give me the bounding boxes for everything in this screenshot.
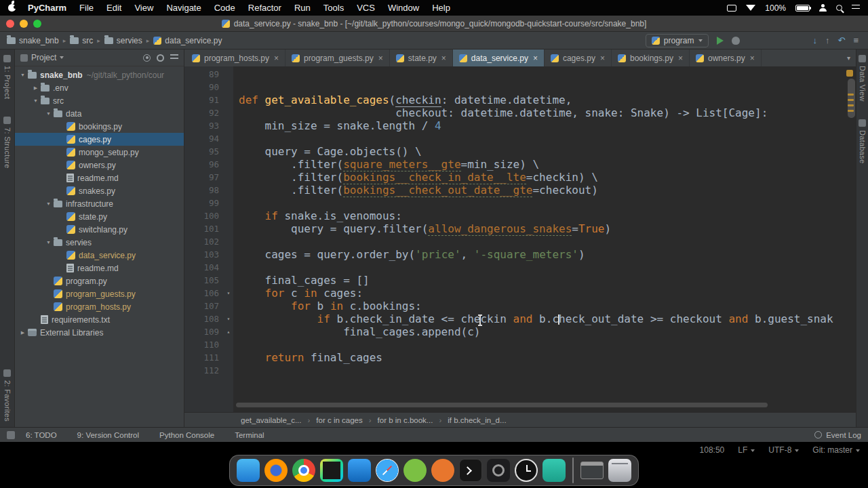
error-stripe-mark[interactable] — [848, 104, 854, 106]
close-tab-icon[interactable]: × — [750, 54, 755, 63]
zoom-window-button[interactable] — [33, 20, 41, 28]
debug-button[interactable] — [732, 37, 740, 45]
tool-window-switcher-icon[interactable] — [7, 431, 15, 439]
event-log-button[interactable]: Event Log — [814, 431, 861, 439]
fold-marker-icon[interactable]: ▾ — [224, 287, 233, 300]
vcs-push-icon[interactable]: ↑ — [825, 35, 830, 45]
error-stripe-mark[interactable] — [848, 94, 854, 96]
breadcrumb-src[interactable]: src — [70, 36, 93, 45]
tree-item-env[interactable]: ▶.env — [15, 81, 184, 94]
tree-item-program-guests-py[interactable]: program_guests.py — [15, 287, 184, 300]
editor-breadcrumb-if-b-check-in-d[interactable]: if b.check_in_d... — [448, 416, 506, 424]
editor-breadcrumb-for-c-in-cages[interactable]: for c in cages — [316, 416, 362, 424]
finder-dock-icon[interactable] — [237, 459, 260, 482]
wifi-icon[interactable] — [746, 5, 755, 11]
close-tab-icon[interactable]: × — [600, 54, 605, 63]
project-panel-title[interactable]: Project — [31, 53, 56, 62]
editor-breadcrumb-for-b-in-c-book[interactable]: for b in c.book... — [378, 416, 433, 424]
tree-item-program-hosts-py[interactable]: program_hosts.py — [15, 300, 184, 313]
tree-item-owners-py[interactable]: owners.py — [15, 159, 184, 171]
tree-item-readme-md[interactable]: readme.md — [15, 171, 184, 184]
tree-item-infrastructure[interactable]: ▼infrastructure — [15, 197, 184, 210]
close-tab-icon[interactable]: × — [378, 54, 383, 63]
collapse-all-icon[interactable] — [170, 54, 178, 61]
tab-data-service-py[interactable]: data_service.py× — [453, 49, 545, 66]
utilities-dock-icon[interactable] — [431, 459, 454, 482]
notification-center-icon[interactable] — [852, 5, 860, 11]
chrome-dock-icon[interactable] — [292, 459, 315, 482]
menu-run[interactable]: Run — [294, 3, 311, 13]
tree-item-data[interactable]: ▼data — [15, 107, 184, 120]
expanded-arrow-icon[interactable]: ▼ — [43, 111, 54, 116]
statusbar-6-todo[interactable]: 6: TODO — [26, 431, 57, 439]
status-utf-8[interactable]: UTF-8 — [768, 445, 799, 455]
menu-code[interactable]: Code — [214, 3, 235, 13]
close-tab-icon[interactable]: × — [441, 54, 446, 63]
menu-help[interactable]: Help — [432, 3, 450, 13]
chevron-down-icon[interactable] — [60, 56, 64, 59]
clock-dock-icon[interactable] — [515, 459, 538, 482]
battery-icon[interactable] — [795, 5, 810, 12]
status-git-master[interactable]: Git: master — [812, 445, 860, 455]
menu-navigate[interactable]: Navigate — [166, 3, 201, 13]
close-tab-icon[interactable]: × — [678, 54, 683, 63]
collapsed-arrow-icon[interactable]: ▶ — [18, 330, 28, 336]
menu-edit[interactable]: Edit — [106, 3, 121, 13]
vscode-dock-icon[interactable] — [348, 459, 371, 482]
notes-dock-icon[interactable] — [542, 459, 566, 482]
close-window-button[interactable] — [6, 20, 14, 28]
gauge-dock-icon[interactable] — [487, 459, 510, 482]
menu-file[interactable]: File — [79, 3, 94, 13]
tab-state-py[interactable]: state.py× — [390, 49, 453, 66]
menu-window[interactable]: Window — [388, 3, 419, 13]
expanded-arrow-icon[interactable]: ▼ — [43, 201, 54, 206]
firefox-dock-icon[interactable] — [264, 459, 288, 482]
tree-item-state-py[interactable]: state.py — [15, 210, 184, 223]
tab-owners-py[interactable]: owners.py× — [690, 49, 762, 66]
fold-marker-icon[interactable]: ▴ — [224, 325, 233, 338]
error-stripe-mark[interactable] — [848, 110, 854, 112]
tree-item-servies[interactable]: ▼servies — [15, 236, 184, 249]
horizontal-scrollbar[interactable] — [236, 403, 768, 407]
statusbar-terminal[interactable]: Terminal — [235, 431, 264, 439]
vcs-rollback-icon[interactable]: ↶ — [838, 35, 846, 45]
expanded-arrow-icon[interactable]: ▼ — [43, 240, 54, 245]
tab-program-hosts-py[interactable]: program_hosts.py× — [186, 49, 285, 66]
code-editor[interactable]: 899091def get_available_cages(checkin: d… — [184, 66, 856, 412]
minimize-window-button[interactable] — [20, 20, 28, 28]
tree-item-snakes-py[interactable]: snakes.py — [15, 184, 184, 197]
tree-item-readme-md[interactable]: readme.md — [15, 262, 184, 274]
close-tab-icon[interactable]: × — [274, 54, 279, 63]
safari-dock-icon[interactable] — [376, 459, 399, 482]
menu-vcs[interactable]: VCS — [357, 3, 375, 13]
inspection-indicator-icon[interactable] — [846, 70, 853, 77]
tab-program-guests-py[interactable]: program_guests.py× — [285, 49, 390, 66]
menu-refactor[interactable]: Refactor — [248, 3, 281, 13]
breadcrumb-snake-bnb[interactable]: snake_bnb — [7, 36, 59, 45]
vcs-update-icon[interactable]: ↓ — [813, 35, 818, 45]
breadcrumb-servies[interactable]: servies — [104, 36, 142, 45]
tree-item-mongo-setup-py[interactable]: mongo_setup.py — [15, 146, 184, 159]
menu-tools[interactable]: Tools — [323, 3, 344, 13]
run-configuration-select[interactable]: program — [646, 34, 709, 47]
tab-bookings-py[interactable]: bookings.py× — [612, 49, 690, 66]
apple-menu[interactable] — [8, 4, 16, 12]
pycharm-dock-icon[interactable] — [320, 459, 343, 482]
tree-item-bookings-py[interactable]: bookings.py — [15, 120, 184, 133]
tool-button-data-view[interactable]: Data View — [859, 55, 867, 102]
display-mirroring-icon[interactable] — [727, 5, 736, 12]
vertical-scrollbar[interactable] — [848, 79, 855, 118]
editor-breadcrumb-get-available-c[interactable]: get_available_c... — [241, 416, 302, 424]
collapsed-arrow-icon[interactable]: ▶ — [31, 85, 41, 91]
history-icon[interactable]: ≡ — [853, 35, 859, 45]
window-title-bar[interactable]: data_service.py - snake_bnb - [~/git/tal… — [0, 16, 868, 32]
tree-item-cages-py[interactable]: cages.py — [15, 133, 184, 146]
minimized-window-dock-icon[interactable] — [580, 462, 604, 479]
statusbar-python-console[interactable]: Python Console — [159, 431, 214, 439]
tree-item-switchlang-py[interactable]: switchlang.py — [15, 223, 184, 236]
menu-pycharm[interactable]: PyCharm — [28, 3, 66, 13]
tool-button-7-structure[interactable]: 7: Structure — [3, 117, 12, 168]
locate-file-icon[interactable] — [143, 54, 151, 62]
tool-button-2-favorites[interactable]: 2: Favorites — [3, 369, 12, 422]
tool-button-database[interactable]: Database — [859, 119, 867, 164]
